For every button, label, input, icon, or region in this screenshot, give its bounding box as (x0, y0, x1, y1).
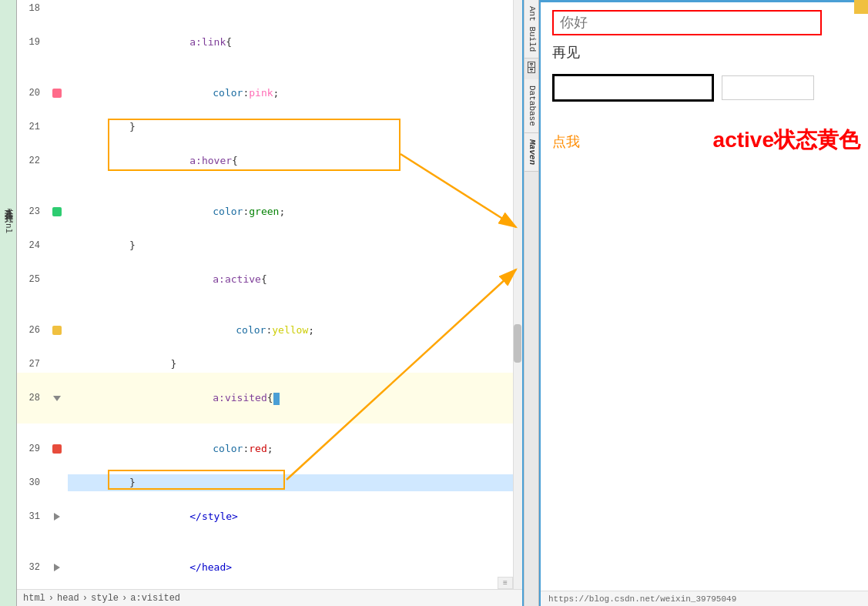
line-number: 24 (17, 237, 46, 254)
input-plain-box[interactable] (722, 75, 814, 100)
line-content: </head> (68, 542, 522, 593)
line-content: a:visited{ (68, 373, 522, 424)
line-number: 26 (17, 322, 46, 339)
line-content: } (68, 356, 522, 373)
line-number: 27 (17, 356, 46, 373)
line-number: 30 (17, 474, 46, 491)
inputs-row (552, 74, 856, 102)
code-content: 18 19 a:link{ 20 color:pink; (17, 0, 522, 606)
table-row: 30 } (17, 474, 522, 491)
line-content: a:link{ (68, 17, 522, 68)
line-content: } (68, 119, 522, 136)
scrollbar-thumb[interactable] (514, 324, 521, 363)
line-content: color:green; (68, 186, 522, 237)
input-black-box[interactable] (552, 74, 714, 102)
dot-green (52, 207, 62, 216)
breadcrumb-html[interactable]: html (23, 593, 45, 604)
cursor-highlight (273, 393, 280, 405)
table-row: 32 </head> (17, 542, 522, 593)
triangle-right-icon (54, 513, 60, 521)
table-row: 29 color:red; (17, 424, 522, 474)
line-content: color:yellow; (68, 305, 522, 356)
line-content: } (68, 474, 522, 491)
zaijian-text: 再见 (552, 43, 856, 62)
left-label-hl2: nl (3, 223, 14, 234)
line-content: } (68, 237, 522, 254)
breadcrumb-style[interactable]: style (91, 593, 119, 604)
breadcrumb-head[interactable]: head (57, 593, 79, 604)
table-row: 22 a:hover{ (17, 136, 522, 186)
scrollbar[interactable] (513, 0, 522, 589)
line-gutter (46, 513, 68, 521)
line-number: 23 (17, 203, 46, 220)
table-row: 28 a:visited{ (17, 373, 522, 424)
ant-build-tab[interactable]: Ant Build (524, 0, 538, 59)
line-number: 28 (17, 390, 46, 407)
line-content: a:active{ (68, 254, 522, 305)
hscrollbar[interactable]: ≡ (498, 577, 513, 589)
line-content: a:hover{ (68, 136, 522, 186)
line-content: color:red; (68, 424, 522, 474)
dot-yellow (52, 326, 62, 335)
side-toolbar: Ant Build 🗄 Database Maven (524, 0, 539, 606)
line-gutter (46, 326, 68, 335)
line-number: 25 (17, 271, 46, 288)
line-gutter (46, 564, 68, 571)
bottom-url-bar: https://blog.csdn.net/weixin_39795049 (541, 591, 868, 606)
table-row: 26 color:yellow; (17, 305, 522, 356)
table-row: 27 } (17, 356, 522, 373)
breadcrumb-sep-2: › (82, 593, 88, 604)
line-number: 18 (17, 0, 46, 17)
table-row: 19 a:link{ (17, 17, 522, 68)
table-row: 21 } (17, 119, 522, 136)
line-gutter (46, 396, 68, 401)
triangle-right-icon-2 (54, 564, 60, 571)
maven-tab[interactable]: Maven (524, 133, 538, 172)
line-number: 21 (17, 119, 46, 136)
left-label-hl: nl (3, 209, 14, 221)
editor-panel: 18 19 a:link{ 20 color:pink; (17, 0, 524, 606)
line-content: color:pink; (68, 68, 522, 119)
table-row: 31 </style> (17, 491, 522, 542)
dot-pink (52, 89, 62, 98)
triangle-down-icon (53, 396, 61, 401)
table-row: 25 a:active{ (17, 254, 522, 305)
breadcrumb: html › head › style › a:visited (17, 589, 522, 606)
bottom-url: https://blog.csdn.net/weixin_39795049 (548, 594, 736, 604)
left-label-2: 方式 (2, 203, 15, 205)
left-label-3: 方式 (2, 206, 15, 208)
line-number: 19 (17, 34, 46, 51)
annotation-text: active状态黄色 (713, 126, 860, 155)
table-row: 23 color:green; (17, 186, 522, 237)
preview-content: 再见 点我 active状态黄色 (541, 2, 868, 591)
nihao-input[interactable] (552, 10, 822, 35)
line-number: 29 (17, 440, 46, 457)
dot-red (52, 444, 62, 454)
table-row: 24 } (17, 237, 522, 254)
line-gutter (46, 89, 68, 98)
table-row: 20 color:pink; (17, 68, 522, 119)
line-gutter (46, 207, 68, 216)
table-row: 18 (17, 0, 522, 17)
line-number: 32 (17, 559, 46, 576)
left-sidebar: 方式 方式 方式 nl nl (0, 0, 17, 606)
database-tab[interactable]: Database (524, 79, 538, 133)
hscrollbar-icon: ≡ (503, 579, 508, 588)
line-number: 31 (17, 508, 46, 525)
preview-panel: 再见 点我 active状态黄色 https://blog.csdn.net/w… (539, 0, 868, 606)
line-number: 20 (17, 85, 46, 102)
left-label-1: 方式 (2, 200, 15, 202)
top-yellow-square (854, 0, 868, 14)
breadcrumb-sep-1: › (49, 593, 54, 604)
line-gutter (46, 444, 68, 454)
line-content: </style> (68, 491, 522, 542)
breadcrumb-avisited[interactable]: a:visited (130, 593, 180, 604)
database-icon-tab[interactable]: 🗄 (525, 62, 538, 76)
line-number: 22 (17, 152, 46, 169)
breadcrumb-sep-3: › (122, 593, 127, 604)
